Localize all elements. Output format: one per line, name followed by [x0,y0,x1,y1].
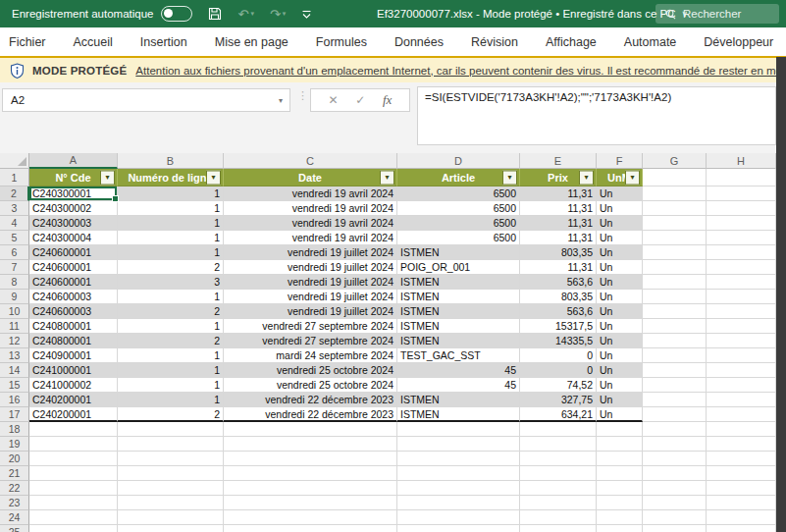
cell-B9[interactable]: 1 [118,290,224,304]
cell-B24[interactable] [118,510,224,525]
cell-H21[interactable] [707,466,776,481]
cell-F16[interactable]: Un [597,393,643,407]
cell-G3[interactable] [643,201,707,216]
table-header-B[interactable]: Numéro de ligne▾ [118,169,224,186]
cell-F7[interactable]: Un [597,260,643,275]
undo-dropdown-icon[interactable]: ▾ [250,10,254,18]
cell-B8[interactable]: 3 [118,275,224,290]
row-header-24[interactable]: 24 [0,510,29,525]
row-header-8[interactable]: 8 [0,275,29,290]
cell-C10[interactable]: vendredi 19 juillet 2024 [224,304,397,319]
tab-révision[interactable]: Révision [457,35,532,49]
quick-access-menu-icon[interactable] [301,9,312,20]
cell-A15[interactable]: C241000002 [29,378,118,393]
cell-H9[interactable] [707,290,776,304]
tab-fichier[interactable]: Fichier [0,35,60,49]
cell-C25[interactable] [224,525,397,532]
cell-E8[interactable]: 563,6 [520,275,597,290]
cell-B15[interactable]: 1 [118,378,224,393]
cell-A10[interactable]: C240600003 [29,304,118,319]
cell-B22[interactable] [118,481,224,496]
cell-C23[interactable] [224,496,397,510]
table-header-E[interactable]: Prix▾ [520,169,597,186]
tab-automate[interactable]: Automate [610,35,691,49]
cell-C16[interactable]: vendredi 22 décembre 2023 [224,393,397,407]
cell-C18[interactable] [224,422,397,437]
row-header-20[interactable]: 20 [0,452,29,466]
cell-F3[interactable]: Un [597,201,643,216]
cell-D2[interactable]: 6500 [397,186,520,201]
cell-H18[interactable] [707,422,776,437]
cell-C20[interactable] [224,452,397,466]
cell-D3[interactable]: 6500 [397,201,520,216]
cell-C7[interactable]: vendredi 19 juillet 2024 [224,260,397,275]
cancel-entry-icon[interactable]: ✕ [329,93,339,107]
cell-D19[interactable] [397,437,520,452]
cell-E19[interactable] [520,437,597,452]
cell-E23[interactable] [520,496,597,510]
row-header-13[interactable]: 13 [0,348,29,363]
cell-H22[interactable] [707,481,776,496]
cell-C4[interactable]: vendredi 19 avril 2024 [224,216,397,231]
tab-mise-en-page[interactable]: Mise en page [201,35,302,49]
filter-button-B[interactable]: ▾ [206,170,221,185]
row-header-18[interactable]: 18 [0,422,29,437]
cell-E6[interactable]: 803,35 [520,245,597,260]
cell-C13[interactable]: mardi 24 septembre 2024 [224,348,397,363]
autosave-toggle[interactable] [161,6,192,22]
cell-H12[interactable] [707,334,776,348]
cell-G14[interactable] [643,363,707,378]
cell-B6[interactable]: 1 [118,245,224,260]
row-header-5[interactable]: 5 [0,231,29,245]
cell-F22[interactable] [597,481,643,496]
name-box[interactable]: A2 ▾ [2,88,290,112]
cell-G8[interactable] [643,275,707,290]
cell-E13[interactable]: 0 [520,348,597,363]
cell-E20[interactable] [520,452,597,466]
cell-A23[interactable] [29,496,118,510]
cell-E2[interactable]: 11,31 [520,186,597,201]
cell-A4[interactable]: C240300003 [29,216,118,231]
insert-function-icon[interactable]: fx [383,92,392,108]
cell-G7[interactable] [643,260,707,275]
cell-C9[interactable]: vendredi 19 juillet 2024 [224,290,397,304]
cell-D7[interactable]: POIG_OR_001 [397,260,520,275]
cell-D11[interactable]: ISTMEN [397,319,520,334]
cell-F17[interactable]: Un [597,407,643,422]
cell-D12[interactable]: ISTMEN [397,334,520,348]
cell-H15[interactable] [707,378,776,393]
cell-E9[interactable]: 803,35 [520,290,597,304]
cell-C19[interactable] [224,437,397,452]
cell-G13[interactable] [643,348,707,363]
cell-E14[interactable]: 0 [520,363,597,378]
cell-H5[interactable] [707,231,776,245]
confirm-entry-icon[interactable]: ✓ [355,93,365,107]
cell-C8[interactable]: vendredi 19 juillet 2024 [224,275,397,290]
redo-icon[interactable]: ↷▾ [270,8,286,21]
cell-D13[interactable]: TEST_GAC_SST [397,348,520,363]
cell-C21[interactable] [224,466,397,481]
row-header-22[interactable]: 22 [0,481,29,496]
row-header-6[interactable]: 6 [0,245,29,260]
cell-B12[interactable]: 2 [118,334,224,348]
table-header-A[interactable]: N° Cde▾ [29,169,118,186]
cell-G20[interactable] [643,452,707,466]
cell-B5[interactable]: 1 [118,231,224,245]
cell-G18[interactable] [643,422,707,437]
cell-B11[interactable]: 1 [118,319,224,334]
cell-A24[interactable] [29,510,118,525]
row-header-10[interactable]: 10 [0,304,29,319]
cell-D14[interactable]: 45 [397,363,520,378]
select-all-button[interactable] [0,153,29,169]
cell-E12[interactable]: 14335,5 [520,334,597,348]
cell-C17[interactable]: vendredi 22 décembre 2023 [224,407,397,422]
cell-G25[interactable] [643,525,707,532]
cell-A19[interactable] [29,437,118,452]
row-header-7[interactable]: 7 [0,260,29,275]
cell-A9[interactable]: C240600003 [29,290,118,304]
table-header-F[interactable]: UnM▾ [597,169,643,186]
tab-développeur[interactable]: Développeur [690,35,786,49]
cell-D16[interactable]: ISTMEN [397,393,520,407]
save-icon[interactable] [208,7,222,21]
cell-B16[interactable]: 1 [118,393,224,407]
